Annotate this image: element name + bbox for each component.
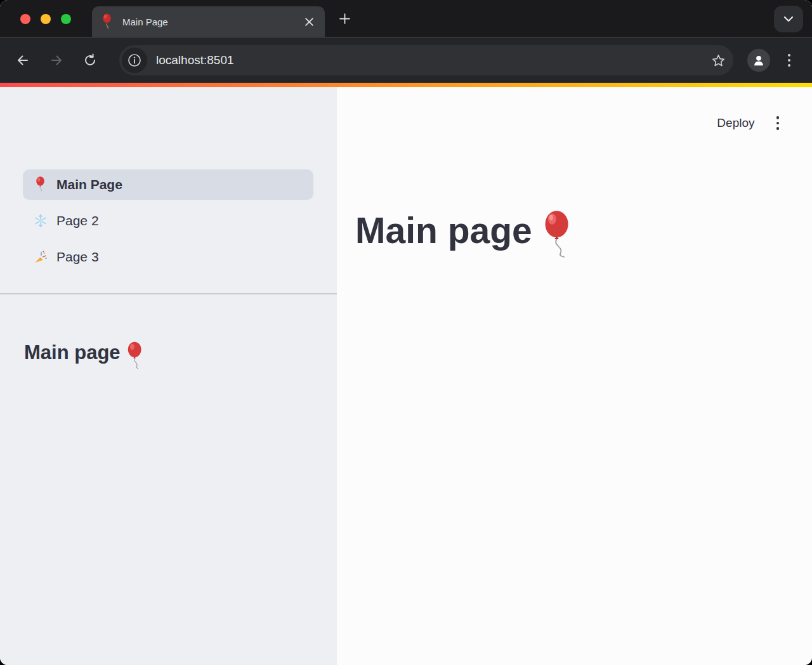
page-title-text: Main page: [355, 209, 532, 252]
bookmark-button[interactable]: [705, 48, 731, 73]
balloon-emoji-icon: [126, 341, 145, 369]
close-tab-icon[interactable]: [302, 15, 316, 29]
url-text: localhost:8501: [156, 53, 705, 67]
address-bar[interactable]: localhost:8501: [119, 45, 733, 76]
sidebar-item-page-3[interactable]: Page 3: [23, 242, 313, 272]
browser-menu-button[interactable]: [776, 48, 802, 73]
sidebar-item-main-page[interactable]: Main Page: [23, 169, 313, 200]
page-content: Main Page Page 2: [0, 87, 812, 665]
sidebar-item-page-2[interactable]: Page 2: [23, 206, 313, 236]
party-popper-emoji-icon: [33, 250, 48, 264]
avatar: [747, 49, 770, 72]
snowflake-emoji-icon: [33, 214, 48, 228]
kebab-dot: [776, 116, 780, 119]
browser-tab-main-page[interactable]: Main Page: [92, 6, 325, 37]
back-button[interactable]: [10, 48, 36, 73]
app-toolbar: Deploy: [717, 114, 782, 133]
app-menu-button[interactable]: [774, 114, 782, 133]
sidebar-heading: Main page: [24, 339, 313, 367]
browser-window: Main Page: [0, 0, 812, 665]
site-info-button[interactable]: [122, 48, 147, 73]
reload-icon: [82, 53, 98, 68]
sidebar: Main Page Page 2: [0, 87, 337, 665]
sidebar-heading-text: Main page: [24, 341, 121, 364]
chevron-down-icon: [783, 16, 794, 22]
sidebar-nav: Main Page Page 2: [23, 169, 313, 272]
info-icon: [128, 53, 141, 67]
balloon-emoji-icon: [101, 13, 114, 30]
tab-strip: Main Page: [0, 0, 812, 37]
window-controls: [20, 14, 71, 24]
kebab-dot: [788, 54, 790, 56]
profile-button[interactable]: [746, 48, 771, 73]
kebab-dot: [788, 59, 790, 62]
new-tab-button[interactable]: [334, 8, 355, 29]
kebab-dot: [776, 122, 780, 125]
close-window-button[interactable]: [20, 14, 30, 24]
balloon-emoji-icon: [541, 210, 574, 258]
browser-toolbar: localhost:8501: [0, 37, 812, 83]
sidebar-divider: [0, 293, 337, 294]
person-icon: [752, 53, 766, 67]
forward-button[interactable]: [44, 48, 69, 73]
minimize-window-button[interactable]: [41, 14, 51, 24]
main-area: Deploy Main page: [337, 87, 812, 665]
deploy-button[interactable]: Deploy: [717, 116, 754, 130]
reload-button[interactable]: [77, 48, 103, 73]
page-title: Main page: [355, 206, 574, 254]
zoom-window-button[interactable]: [61, 14, 71, 24]
back-arrow-icon: [15, 53, 30, 68]
balloon-emoji-icon: [33, 176, 48, 193]
kebab-dot: [776, 127, 780, 130]
sidebar-item-label: Main Page: [56, 177, 122, 192]
sidebar-item-label: Page 2: [56, 213, 99, 228]
tab-title: Main Page: [122, 16, 302, 27]
tab-search-chevron-button[interactable]: [774, 6, 803, 32]
forward-arrow-icon: [49, 53, 64, 68]
kebab-dot: [788, 64, 790, 67]
star-icon: [711, 53, 726, 68]
sidebar-item-label: Page 3: [56, 249, 99, 265]
